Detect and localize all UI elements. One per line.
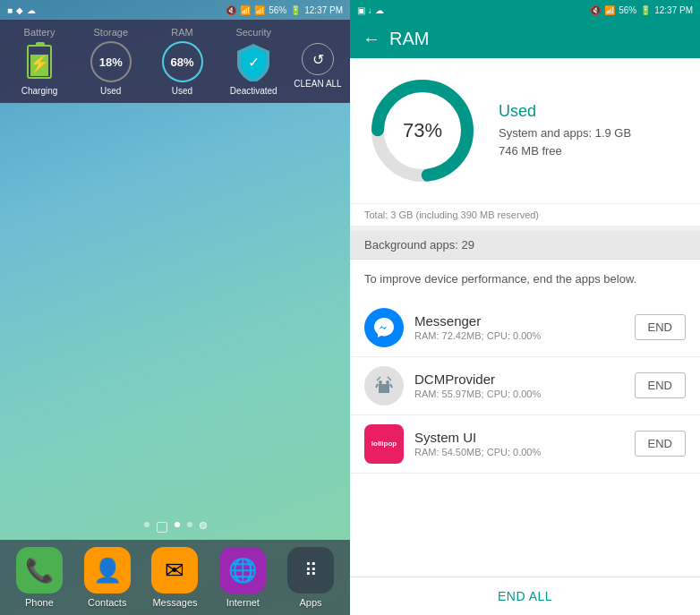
right-panel: ▣ ↓ ☁ 🔇 📶 56% 🔋 12:37 PM ← RAM 73% [350,0,700,615]
battery-label: Battery [24,27,55,38]
svg-line-5 [376,384,378,388]
battery-percent-left: 56% [269,5,286,15]
systemui-ram: RAM: 54.50MB; CPU: 0.00% [414,447,624,457]
left-panel: ■ ◆ ☁ 🔇 📶 📶 56% 🔋 12:37 PM Battery ⚡ [0,0,350,615]
quick-settings-panel: Battery ⚡ Charging Storage 18% Used [0,20,350,103]
bg-apps-header: Background apps: 29 [350,231,700,260]
storage-circle: 18% [90,41,132,82]
donut-center: 73% [403,119,442,142]
app-list: Messenger RAM: 72.42MB; CPU: 0.00% END D… [350,299,700,577]
ram-info: Used System and apps: 1.9 GB 746 MB free [499,102,686,159]
time-right: 12:37 PM [654,5,693,15]
svg-line-6 [390,384,392,388]
apps-label: Apps [300,597,322,608]
used-label: Used [499,102,686,121]
clean-all-icon: ↺ [302,43,334,75]
systemui-end-button[interactable]: END [635,431,686,457]
ram-label: RAM [171,27,192,38]
system-apps-detail: System and apps: 1.9 GB [499,124,686,142]
status-icons-left: ■ ◆ ☁ [7,5,36,15]
dcmprovider-end-button[interactable]: END [635,372,686,398]
page-dot-3 [187,522,192,527]
security-shield-icon: ✓ [233,41,274,82]
status-icons-right: 🔇 📶 56% 🔋 12:37 PM [590,5,693,15]
improve-text: To improve device performance, end the a… [350,260,700,299]
phone-label: Phone [25,597,54,608]
storage-value: Used [100,86,121,96]
dock-contacts[interactable]: 👤 Contacts [84,547,131,608]
ram-title: RAM [389,29,429,49]
storage-tile[interactable]: Storage 18% Used [79,27,143,96]
systemui-icon: lollipop [364,424,404,464]
donut-chart: 73% [364,73,481,189]
dcmprovider-name: DCMProvider [414,372,624,387]
battery-value: Charging [21,86,58,96]
ram-percent-display: 73% [403,119,442,141]
home-content: 📞 Phone 👤 Contacts ✉ Messages 🌐 Internet… [0,522,350,615]
dock-messages[interactable]: ✉ Messages [151,547,198,608]
quick-settings-row: Battery ⚡ Charging Storage 18% Used [7,27,343,96]
dock-apps[interactable]: ⠿ Apps [287,547,334,608]
lollipop-text: lollipop [371,440,397,448]
ram-value: Used [172,86,192,96]
battery-tile[interactable]: Battery ⚡ Charging [7,27,72,96]
messenger-ram: RAM: 72.42MB; CPU: 0.00% [414,330,624,341]
internet-icon: 🌐 [219,547,266,594]
back-button[interactable]: ← [363,29,380,49]
messenger-icon [364,308,404,347]
wifi-icon-right: 📶 [604,5,615,15]
security-tile[interactable]: Security ✓ Deactivated [221,27,286,96]
ram-stats-container: 73% Used System and apps: 1.9 GB 746 MB … [350,58,700,203]
messenger-info: Messenger RAM: 72.42MB; CPU: 0.00% [414,313,624,341]
svg-text:✓: ✓ [248,55,260,70]
app-item-systemui: lollipop System UI RAM: 54.50MB; CPU: 0.… [350,415,700,474]
page-dot-4 [200,522,207,529]
messenger-end-button[interactable]: END [635,314,686,340]
page-dot-1 [144,522,149,527]
systemui-info: System UI RAM: 54.50MB; CPU: 0.00% [414,430,624,457]
phone-icon: 📞 [16,547,63,594]
notification-icon: ■ [7,5,13,15]
dcmprovider-icon [364,366,404,406]
cloud-icon-right: ☁ [375,5,384,15]
signal-right: 56% [619,5,636,15]
security-value: Deactivated [230,86,277,96]
download-icon: ↓ [368,5,372,15]
app-item-messenger: Messenger RAM: 72.42MB; CPU: 0.00% END [350,299,700,357]
ram-circle: 68% [162,41,203,82]
app-item-dcmprovider: DCMProvider RAM: 55.97MB; CPU: 0.00% END [350,357,700,415]
apps-icon: ⠿ [287,547,334,594]
dcmprovider-info: DCMProvider RAM: 55.97MB; CPU: 0.00% [414,372,624,399]
status-bar-right: ▣ ↓ ☁ 🔇 📶 56% 🔋 12:37 PM [350,0,700,20]
svg-point-4 [386,380,389,384]
battery-outline: ⚡ [27,45,52,79]
dock-internet[interactable]: 🌐 Internet [219,547,266,608]
sync-icon: ◆ [16,5,23,15]
notification-icon-right: ▣ [357,5,365,15]
messages-icon: ✉ [151,547,198,594]
app-dock: 📞 Phone 👤 Contacts ✉ Messages 🌐 Internet… [0,540,350,615]
dock-phone[interactable]: 📞 Phone [16,547,63,608]
clean-all-button[interactable]: ↺ CLEAN ALL [293,27,343,89]
messenger-name: Messenger [414,313,624,329]
status-left-space: ▣ ↓ ☁ [357,5,384,15]
ram-tile[interactable]: RAM 68% Used [150,27,215,96]
internet-label: Internet [226,597,260,608]
signal-icon: 📶 [254,5,265,15]
end-all-button[interactable]: END ALL [498,589,552,603]
wifi-icon: 📶 [240,5,251,15]
storage-percent: 18% [99,56,123,69]
battery-icon-container: ⚡ [19,41,60,82]
page-dots [0,522,350,533]
contacts-label: Contacts [88,597,126,608]
systemui-name: System UI [414,430,624,445]
contacts-icon: 👤 [84,547,131,594]
free-memory: 746 MB free [499,142,686,160]
status-icons-right-left: 🔇 📶 📶 56% 🔋 12:37 PM [226,5,343,15]
security-label: Security [235,27,271,38]
mute-icon-right: 🔇 [590,5,601,15]
battery-icon-status: 🔋 [290,5,301,15]
clean-all-label: CLEAN ALL [294,79,341,89]
battery-icon-right: 🔋 [640,5,651,15]
svg-point-3 [379,380,382,384]
